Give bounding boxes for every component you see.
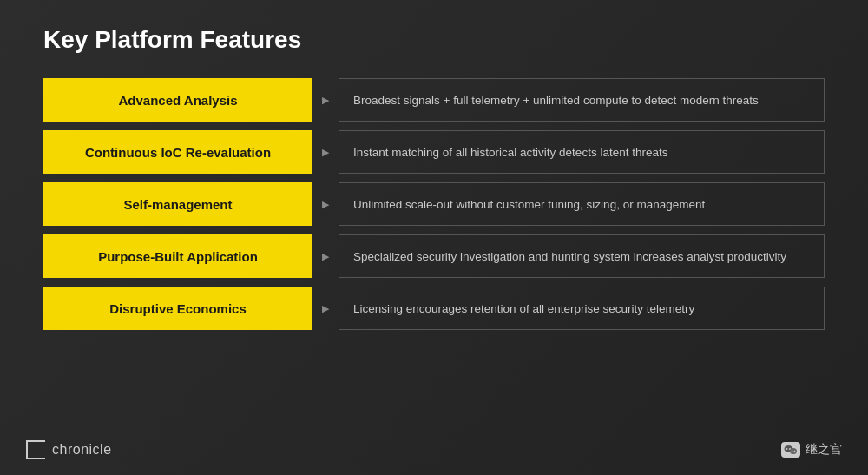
wechat-text: 继之宫 (806, 442, 842, 458)
feature-arrow-3: ▶ (312, 234, 339, 278)
feature-row: Self-management▶Unlimited scale-out with… (43, 182, 825, 226)
svg-point-5 (794, 450, 796, 452)
feature-label-0: Advanced Analysis (43, 78, 312, 122)
logo-area: chronicle (26, 440, 112, 459)
feature-label-1: Continuous IoC Re-evaluation (43, 130, 312, 174)
feature-description-3: Specialized security investigation and h… (339, 234, 825, 278)
feature-arrow-0: ▶ (312, 78, 339, 122)
features-list: Advanced Analysis▶Broadest signals + ful… (43, 78, 825, 330)
feature-row: Purpose-Built Application▶Specialized se… (43, 234, 825, 278)
wechat-area: 继之宫 (781, 442, 842, 458)
feature-arrow-4: ▶ (312, 287, 339, 330)
svg-point-4 (792, 450, 793, 452)
feature-arrow-1: ▶ (312, 130, 339, 174)
feature-label-4: Disruptive Economics (43, 287, 312, 330)
slide-container: Key Platform Features Advanced Analysis▶… (0, 0, 868, 475)
feature-description-4: Licensing encourages retention of all en… (339, 287, 825, 330)
logo-text: chronicle (52, 442, 112, 458)
footer: chronicle 继之宫 (0, 440, 868, 459)
wechat-icon (781, 442, 800, 458)
feature-label-3: Purpose-Built Application (43, 234, 312, 278)
chronicle-logo-icon (26, 440, 45, 459)
page-title: Key Platform Features (43, 26, 825, 54)
svg-point-3 (790, 448, 797, 454)
feature-row: Continuous IoC Re-evaluation▶Instant mat… (43, 130, 825, 174)
feature-row: Advanced Analysis▶Broadest signals + ful… (43, 78, 825, 122)
feature-label-2: Self-management (43, 182, 312, 226)
feature-description-0: Broadest signals + full telemetry + unli… (339, 78, 825, 122)
feature-arrow-2: ▶ (312, 182, 339, 226)
feature-description-1: Instant matching of all historical activ… (339, 130, 825, 174)
feature-row: Disruptive Economics▶Licensing encourage… (43, 287, 825, 330)
svg-point-1 (786, 448, 788, 450)
feature-description-2: Unlimited scale-out without customer tun… (339, 182, 825, 226)
